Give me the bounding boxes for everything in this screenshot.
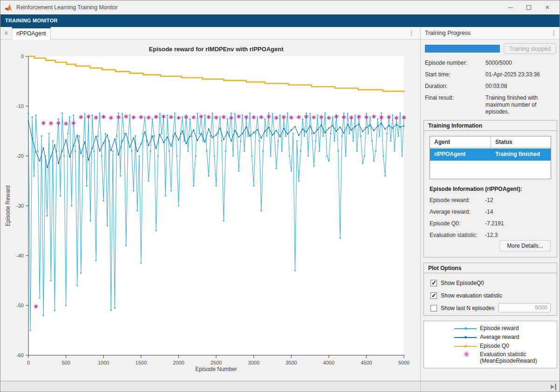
chart-panel: 0500100015002000250030003500400045005000… [0,40,420,381]
chart-legend: Episode reward Average reward Episode Q0… [423,321,557,368]
legend-average-reward: Average reward [424,334,557,341]
tab-list-icon[interactable]: ≡ [0,27,12,39]
legend-episode-reward: Episode reward [424,325,557,332]
show-evaluation-statistic-checkbox[interactable] [430,292,437,299]
agent-status-table: Agent Status rlPPOAgent Training finishe… [430,136,551,179]
evaluation-statistic-asterisk-icon: ✳ [463,350,470,359]
tab-rlppoagent[interactable]: rlPPOAgent [12,27,51,40]
plot-options-title: Plot Options [424,263,557,273]
svg-text:2000: 2000 [173,360,184,365]
svg-text:2500: 2500 [211,360,222,365]
maximize-icon [526,5,531,10]
episode-q0-line-swatch [454,346,477,347]
table-row-rlppoagent[interactable]: rlPPOAgent Training finished [430,149,551,161]
svg-text:0: 0 [21,54,24,59]
ribbon-tab-training-monitor[interactable]: TRAINING MONITOR [0,14,62,27]
svg-text:-60: -60 [16,352,24,358]
svg-text:-40: -40 [16,253,24,258]
tab-options-kebab-icon[interactable]: ⋮ [407,27,416,39]
svg-text:1500: 1500 [136,360,147,365]
show-episodeq0-checkbox[interactable] [430,280,437,286]
last-n-episodes-input[interactable] [499,303,551,312]
matlab-logo-icon [5,4,13,12]
panel-title: Training Progress [425,30,471,36]
svg-text:0: 0 [27,360,30,365]
maximize-button[interactable] [519,0,538,14]
svg-text:4000: 4000 [323,360,335,365]
svg-text:5000: 5000 [398,360,410,365]
close-button[interactable]: ✕ [538,0,557,14]
table-header-row: Agent Status [430,136,551,148]
svg-text:3500: 3500 [286,360,297,365]
plot-options-section: Plot Options Show EpisodeQ0 Show evaluat… [423,263,557,316]
training-information-title: Training Information [424,121,557,131]
more-details-button[interactable]: More Details... [499,240,551,251]
episode-information-title: Episode Information (rlPPOAgent): [430,186,522,192]
panel-kebab-icon[interactable]: ⋮ [551,29,557,36]
svg-text:4500: 4500 [361,360,372,365]
svg-text:Episode Reward: Episode Reward [5,185,11,226]
close-icon: ✕ [545,4,550,11]
window-title: Reinforcement Learning Training Monitor [16,4,117,11]
minimize-icon [508,7,513,8]
ribbon-toolstrip: TRAINING MONITOR [0,14,560,27]
svg-text:-30: -30 [16,203,24,209]
training-progress-panel: Training Progress ⋮ Training stopped Epi… [420,27,560,381]
training-information-section: Training Information Agent Status rlPPOA… [423,120,557,257]
episode-reward-line-swatch [454,328,477,329]
svg-text:Episode reward for rlMDPEnv wi: Episode reward for rlMDPEnv with rlPPOAg… [149,46,284,53]
training-stopped-button[interactable]: Training stopped [504,43,556,54]
svg-text:1000: 1000 [98,360,109,365]
panel-header: Training Progress ⋮ [421,27,560,40]
svg-text:-10: -10 [16,103,24,109]
skip-to-end-icon[interactable] [551,384,557,390]
show-last-n-episodes-checkbox[interactable] [430,305,437,311]
svg-text:Episode Number: Episode Number [195,366,237,372]
legend-episode-q0: Episode Q0 [424,343,557,350]
svg-text:-20: -20 [16,153,24,159]
svg-text:-50: -50 [16,303,24,308]
bottom-bar-divider [420,381,421,392]
bottom-scrollbar[interactable] [0,381,560,392]
training-progress-bar [425,45,500,53]
average-reward-line-swatch [454,337,477,338]
app-window: Reinforcement Learning Training Monitor … [0,0,560,392]
title-bar: Reinforcement Learning Training Monitor … [0,0,560,14]
minimize-button[interactable] [501,0,519,14]
legend-evaluation-statistic: ✳ Evaluation statistic (MeanEpisodeRewar… [424,351,557,358]
episode-reward-chart: 0500100015002000250030003500400045005000… [0,40,420,381]
svg-text:3000: 3000 [248,360,259,365]
svg-text:500: 500 [61,360,70,365]
document-tab-strip: ≡ rlPPOAgent ⋮ [0,27,420,40]
